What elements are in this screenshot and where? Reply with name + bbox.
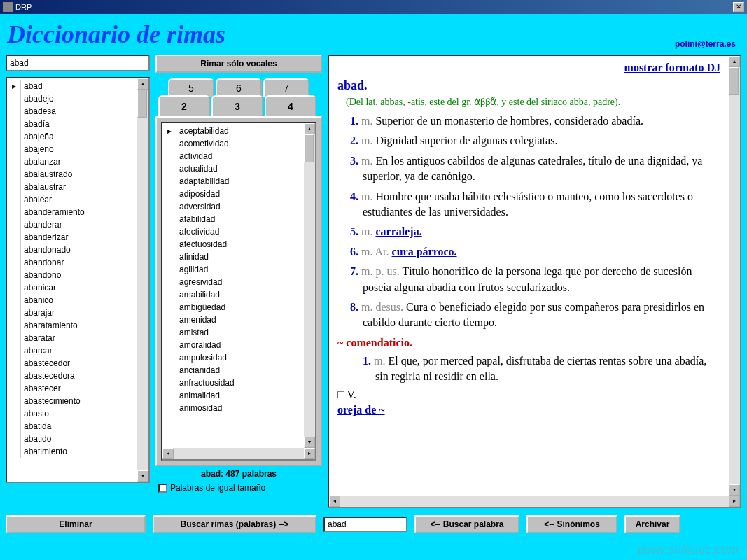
list-item[interactable]: abanderar: [7, 218, 137, 231]
cross-reference-link[interactable]: cura párroco.: [392, 246, 457, 258]
tab-7[interactable]: 7: [263, 78, 309, 97]
list-item[interactable]: animalidad: [162, 389, 304, 402]
scrollbar-vertical[interactable]: ▴ ▾: [137, 78, 148, 482]
search-input[interactable]: [6, 55, 150, 71]
buscar-rimas-button[interactable]: Buscar rimas (palabras) -->: [153, 515, 316, 533]
scroll-down-button[interactable]: ▾: [729, 484, 740, 496]
list-item[interactable]: amabilidad: [162, 288, 304, 301]
tab-4[interactable]: 4: [265, 95, 316, 116]
scroll-right-button[interactable]: ▸: [729, 496, 740, 507]
list-item[interactable]: abanico: [7, 294, 137, 307]
buscar-palabra-button[interactable]: <-- Buscar palabra: [414, 515, 519, 533]
list-item[interactable]: abalear: [7, 193, 137, 206]
list-item[interactable]: amistad: [162, 326, 304, 339]
list-item[interactable]: abadesa: [7, 105, 137, 118]
archivar-button[interactable]: Archivar: [624, 515, 680, 533]
list-item[interactable]: abalaustrado: [7, 168, 137, 181]
list-item[interactable]: ▸aceptabilidad: [162, 125, 304, 137]
rimar-vocales-button[interactable]: Rimar sólo vocales: [155, 55, 322, 73]
list-item[interactable]: acometividad: [162, 137, 304, 150]
scroll-thumb[interactable]: [729, 67, 739, 95]
list-item[interactable]: afectuosidad: [162, 238, 304, 251]
scrollbar-horizontal[interactable]: ◂ ▸: [162, 448, 315, 459]
definition-vsection: □ V.: [337, 388, 720, 401]
list-item[interactable]: abaratamiento: [7, 319, 137, 332]
list-item[interactable]: abatido: [7, 433, 137, 445]
list-item[interactable]: abastecer: [7, 382, 137, 395]
definition-entry: 1. m. El que, por merced papal, disfruta…: [363, 354, 720, 385]
list-item[interactable]: adaptabilidad: [162, 175, 304, 188]
scroll-left-button[interactable]: ◂: [329, 496, 340, 507]
list-item[interactable]: actualidad: [162, 162, 304, 175]
close-button[interactable]: ✕: [733, 2, 744, 12]
list-item[interactable]: afectividad: [162, 225, 304, 238]
list-item[interactable]: abanderizar: [7, 231, 137, 244]
list-item[interactable]: afabilidad: [162, 213, 304, 225]
scroll-left-button[interactable]: ◂: [162, 448, 174, 459]
list-item[interactable]: abarcar: [7, 344, 137, 357]
list-item[interactable]: agilidad: [162, 263, 304, 276]
list-item[interactable]: abaratar: [7, 332, 137, 344]
rhyme-listbox[interactable]: ▸aceptabilidadacometividadactividadactua…: [161, 122, 316, 461]
list-item[interactable]: abandono: [7, 269, 137, 281]
scroll-up-button[interactable]: ▴: [304, 123, 315, 134]
scroll-up-button[interactable]: ▴: [137, 78, 148, 90]
scroll-thumb[interactable]: [304, 134, 314, 162]
list-item[interactable]: abatimiento: [7, 445, 137, 458]
scroll-down-button[interactable]: ▾: [304, 437, 315, 448]
contact-link[interactable]: polini@terra.es: [675, 39, 736, 49]
list-item[interactable]: abalaustrar: [7, 181, 137, 193]
list-item[interactable]: anfractuosidad: [162, 377, 304, 389]
tab-6[interactable]: 6: [216, 78, 262, 97]
list-item[interactable]: abarajar: [7, 307, 137, 319]
list-item[interactable]: abastecedora: [7, 370, 137, 382]
cross-reference-link[interactable]: carraleja.: [375, 225, 421, 237]
list-item[interactable]: amoralidad: [162, 339, 304, 351]
eliminar-button[interactable]: Eliminar: [6, 515, 146, 533]
list-item[interactable]: abanderamiento: [7, 206, 137, 218]
list-item[interactable]: agresividad: [162, 276, 304, 288]
tab-5[interactable]: 5: [168, 78, 214, 97]
list-item[interactable]: abadejo: [7, 92, 137, 105]
list-item[interactable]: afinidad: [162, 251, 304, 263]
list-item[interactable]: abandonar: [7, 256, 137, 269]
definition-etymology: (Del lat. abbas, -ātis, este del gr. ἀββ…: [337, 96, 720, 108]
list-item[interactable]: abastecimiento: [7, 395, 137, 407]
list-item[interactable]: ampulosidad: [162, 351, 304, 364]
scroll-up-button[interactable]: ▴: [729, 56, 740, 67]
definition-entry: 7. m. p. us. Título honorífico de la per…: [350, 264, 720, 295]
tab-3[interactable]: 3: [211, 95, 263, 116]
list-item[interactable]: amenidad: [162, 314, 304, 326]
scrollbar-vertical[interactable]: ▴ ▾: [729, 56, 740, 496]
definition-subentry-head: ~ comendaticio.: [337, 337, 720, 349]
scrollbar-vertical[interactable]: ▴ ▾: [304, 123, 315, 448]
list-item[interactable]: adiposidad: [162, 188, 304, 200]
list-item[interactable]: ancianidad: [162, 364, 304, 377]
list-item[interactable]: abanicar: [7, 281, 137, 294]
sinonimos-button[interactable]: <-- Sinónimos: [526, 515, 617, 533]
list-item[interactable]: animosidad: [162, 402, 304, 414]
tab-2[interactable]: 2: [158, 95, 210, 116]
list-item[interactable]: ambigüedad: [162, 301, 304, 314]
definition-entry: 2. m. Dignidad superior de algunas coleg…: [350, 133, 720, 148]
scroll-down-button[interactable]: ▾: [137, 470, 148, 482]
list-item[interactable]: abadía: [7, 118, 137, 130]
list-item[interactable]: adversidad: [162, 200, 304, 213]
list-item[interactable]: abandonado: [7, 244, 137, 256]
same-length-checkbox[interactable]: [158, 484, 167, 493]
list-item[interactable]: abatida: [7, 420, 137, 433]
scroll-thumb[interactable]: [137, 90, 147, 118]
word-listbox[interactable]: ▸abadabadejoabadesaabadíaabajeñaabajeñoa…: [6, 77, 150, 483]
list-item[interactable]: abajeña: [7, 130, 137, 143]
list-item[interactable]: actividad: [162, 150, 304, 162]
scrollbar-horizontal[interactable]: ◂ ▸: [329, 496, 740, 507]
format-link[interactable]: mostrar formato DJ: [337, 62, 720, 74]
list-item[interactable]: abajeño: [7, 143, 137, 155]
bottom-search-input[interactable]: [323, 517, 407, 532]
see-also-link[interactable]: oreja de ~: [337, 404, 720, 416]
list-item[interactable]: abasto: [7, 407, 137, 420]
list-item[interactable]: ▸abad: [7, 80, 137, 92]
list-item[interactable]: abastecedor: [7, 357, 137, 370]
list-item[interactable]: abalanzar: [7, 155, 137, 168]
scroll-right-button[interactable]: ▸: [304, 448, 315, 459]
